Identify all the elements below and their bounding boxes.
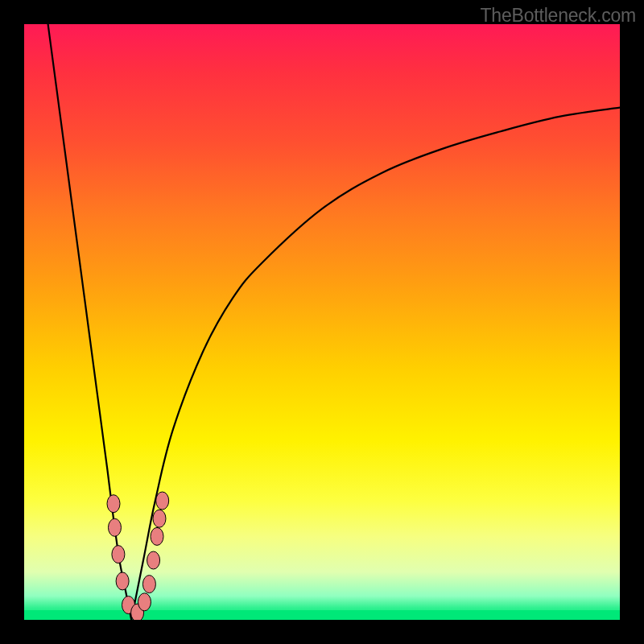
chart-frame: TheBottleneck.com (0, 0, 644, 644)
marker-dot (156, 492, 169, 510)
marker-dot (138, 593, 151, 611)
curve-layer (24, 24, 620, 620)
marker-dot (107, 495, 120, 513)
marker-group (107, 492, 169, 620)
marker-dot (116, 572, 129, 590)
marker-dot (108, 518, 121, 536)
bottleneck-curve-right (131, 108, 620, 620)
marker-dot (151, 527, 163, 545)
marker-dot (147, 551, 160, 569)
marker-dot (142, 576, 155, 593)
marker-dot (112, 546, 125, 564)
watermark-text: TheBottleneck.com (481, 5, 636, 27)
plot-area (24, 24, 620, 620)
marker-dot (153, 510, 166, 527)
